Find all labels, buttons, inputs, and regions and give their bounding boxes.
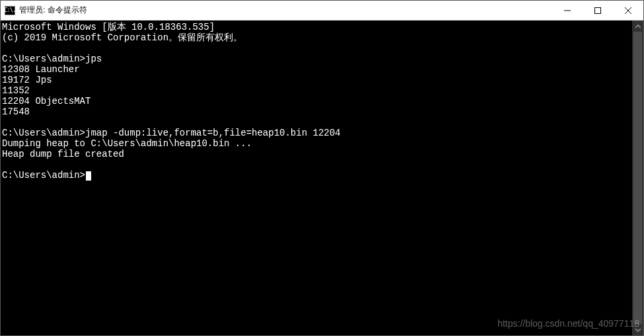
scroll-down-button[interactable] xyxy=(632,324,643,335)
title-left: C:\. 管理员: 命令提示符 xyxy=(1,5,87,16)
window-title: 管理员: 命令提示符 xyxy=(19,5,87,16)
cursor xyxy=(86,171,91,181)
scroll-track[interactable] xyxy=(632,32,643,324)
titlebar[interactable]: C:\. 管理员: 命令提示符 xyxy=(1,1,643,21)
close-icon xyxy=(625,7,631,14)
maximize-icon xyxy=(594,7,601,14)
terminal-area: Microsoft Windows [版本 10.0.18363.535] (c… xyxy=(1,21,643,335)
scrollbar[interactable] xyxy=(632,21,643,335)
chevron-up-icon xyxy=(635,24,641,29)
minimize-icon xyxy=(564,7,571,14)
close-button[interactable] xyxy=(613,1,643,20)
cmd-icon: C:\. xyxy=(5,6,15,15)
maximize-button[interactable] xyxy=(583,1,613,20)
chevron-down-icon xyxy=(635,327,641,333)
command-prompt-window: C:\. 管理员: 命令提示符 Microsoft Windows [版本 10… xyxy=(0,0,644,336)
minimize-button[interactable] xyxy=(552,1,583,20)
scroll-up-button[interactable] xyxy=(632,21,643,32)
svg-rect-1 xyxy=(595,7,601,13)
window-controls xyxy=(552,1,643,20)
terminal-output[interactable]: Microsoft Windows [版本 10.0.18363.535] (c… xyxy=(1,21,632,335)
scroll-thumb[interactable] xyxy=(633,32,642,324)
